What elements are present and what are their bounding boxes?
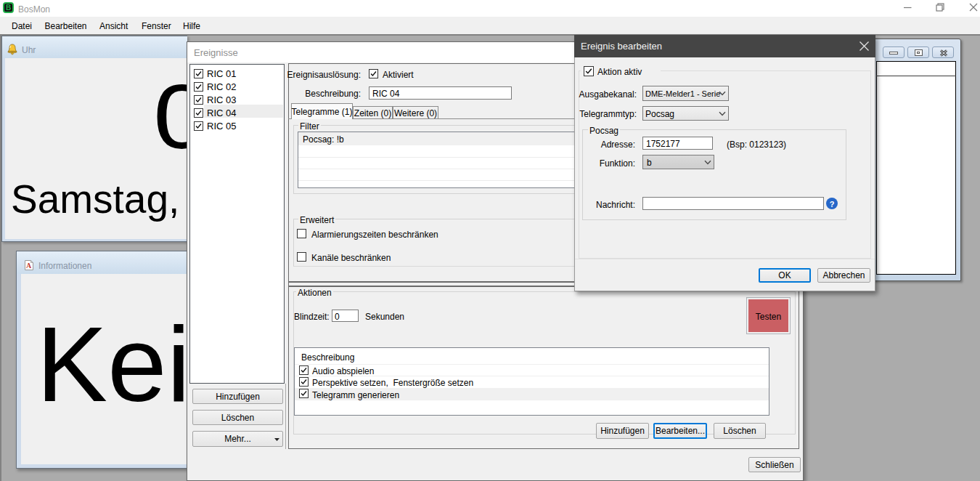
svg-text:A: A — [26, 262, 32, 270]
